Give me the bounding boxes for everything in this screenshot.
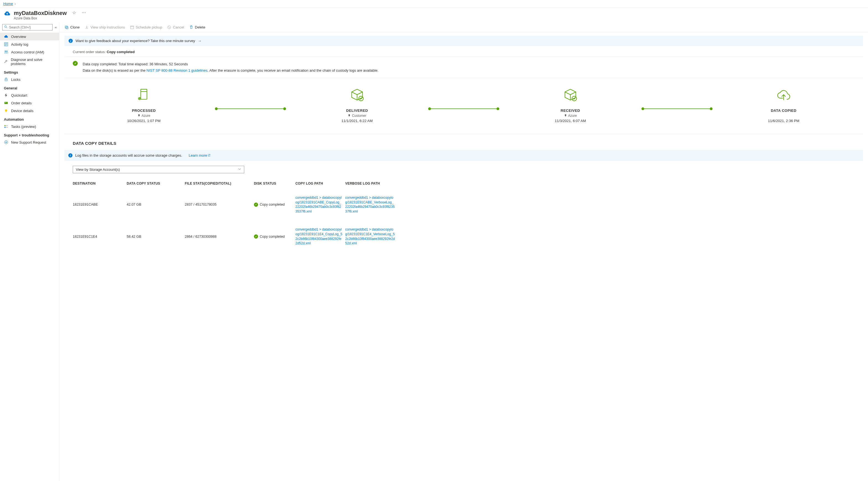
svg-point-18: [5, 142, 7, 143]
sidebar-item-newsupport[interactable]: New Support Request: [0, 139, 59, 146]
page-subtitle: Azure Data Box: [14, 16, 67, 20]
sidebar-item-locks[interactable]: Locks: [0, 76, 59, 83]
feedback-text: Want to give feedback about your experie…: [75, 39, 195, 43]
sidebar-item-label: Overview: [11, 35, 26, 39]
stage-delivered: DELIVERED Customer 11/1/2021, 6:22 AM: [286, 86, 428, 123]
toolbar-label: Clone: [70, 25, 80, 29]
svg-point-13: [4, 125, 5, 126]
svg-rect-21: [130, 26, 133, 29]
cell-destination: 18231E91C1E4: [73, 235, 127, 239]
server-icon: [135, 86, 152, 103]
stage-date: 11/3/2021, 6:07 AM: [499, 119, 642, 123]
more-icon[interactable]: ⋯: [82, 10, 86, 15]
search-input[interactable]: [9, 26, 51, 29]
support-icon: [4, 140, 8, 145]
sidebar-item-label: New Support Request: [11, 140, 46, 145]
sidebar-item-diagnose[interactable]: Diagnose and solve problems: [0, 56, 59, 67]
stage-date: 11/1/2021, 6:22 AM: [286, 119, 428, 123]
stage-connector: [215, 95, 286, 123]
cell-copy-status: 42.07 GB: [127, 203, 185, 207]
col-header-status: DATA COPY STATUS: [127, 182, 185, 185]
sidebar-item-label: Activity log: [11, 42, 28, 47]
cell-destination: 18231E91CABE: [73, 203, 127, 207]
copy-details-table: DESTINATION DATA COPY STATUS FILE STATS(…: [64, 178, 863, 252]
sidebar-item-devicedetails[interactable]: Device details: [0, 107, 59, 115]
svg-point-0: [5, 26, 7, 28]
nist-link[interactable]: NIST SP 800-88 Revision 1 guidelines: [147, 68, 208, 72]
verbose-log-link[interactable]: convergeddbd1 > databoxcopylog/18231E91C…: [345, 227, 395, 246]
svg-rect-12: [6, 112, 7, 112]
table-row: 18231E91CABE 42.07 GB 2837 / 45170178035…: [73, 189, 855, 220]
toolbar-label: Schedule pickup: [136, 25, 162, 29]
stage-received: RECEIVED Azure 11/3/2021, 6:07 AM: [499, 86, 642, 123]
wrench-icon: [4, 60, 8, 64]
tasks-icon: [4, 124, 8, 129]
copy-log-link[interactable]: convergeddbd1 > databoxcopylog/18231E91C…: [296, 196, 342, 214]
info-icon: i: [69, 39, 73, 43]
breadcrumb-home[interactable]: Home: [3, 2, 13, 6]
sidebar-item-iam[interactable]: Access control (IAM): [0, 48, 59, 56]
delete-button[interactable]: Delete: [189, 25, 206, 29]
stage-date: 10/26/2021, 1:07 PM: [73, 119, 215, 123]
sidebar-item-label: Access control (IAM): [11, 50, 44, 54]
sidebar-item-orderdetails[interactable]: Order details: [0, 99, 59, 107]
stage-title: RECEIVED: [499, 109, 642, 113]
page-title: myDataBoxDisknew: [14, 10, 67, 16]
pin-icon: [348, 114, 351, 117]
svg-rect-8: [5, 79, 7, 81]
sidebar-item-quickstart[interactable]: Quickstart: [0, 91, 59, 99]
col-header-disk: DISK STATUS: [254, 182, 296, 185]
sidebar-item-tasks[interactable]: Tasks (preview): [0, 123, 59, 130]
stage-date: 11/6/2021, 2:36 PM: [713, 119, 855, 123]
progress-stages: PROCESSED Azure 10/26/2021, 1:07 PM DELI…: [64, 78, 863, 134]
col-header-copylog: COPY LOG PATH: [296, 182, 345, 185]
copy-log-link[interactable]: convergeddbd1 > databoxcopylog/18231E91C…: [296, 227, 342, 246]
svg-point-11: [5, 109, 7, 112]
arrow-right-icon: →: [198, 39, 202, 43]
external-link-icon: [208, 154, 211, 157]
banner-text: Log files in the storage accounts will a…: [75, 153, 182, 157]
stage-location: Azure: [142, 114, 150, 118]
sidebar-item-label: Locks: [11, 78, 21, 82]
search-icon: [4, 25, 7, 29]
clone-icon: [64, 25, 69, 29]
cloud-icon: [4, 34, 8, 39]
box-check-icon: [562, 86, 579, 103]
copy-complete-message: Data copy completed: Total time elapsed:…: [64, 57, 863, 78]
svg-rect-9: [4, 102, 8, 104]
favorite-star-icon[interactable]: ☆: [72, 10, 76, 15]
main-content: Clone View ship instructions Schedule pi…: [59, 23, 868, 481]
people-icon: [4, 50, 8, 54]
clone-button[interactable]: Clone: [64, 25, 80, 29]
databox-icon: [3, 10, 11, 18]
cell-disk-status: Copy completed: [254, 203, 296, 207]
col-header-verbose: VERBOSE LOG PATH: [345, 182, 395, 185]
svg-rect-19: [65, 26, 67, 28]
stage-connector: [642, 95, 713, 123]
svg-rect-10: [5, 102, 6, 103]
sidebar-item-label: Diagnose and solve problems: [11, 58, 55, 66]
trash-icon: [189, 25, 193, 29]
svg-point-6: [5, 51, 6, 52]
collapse-sidebar-icon[interactable]: «: [54, 25, 57, 30]
stage-processed: PROCESSED Azure 10/26/2021, 1:07 PM: [73, 86, 215, 123]
verbose-log-link[interactable]: convergeddbd1 > databoxcopylog/18231E91C…: [345, 196, 395, 214]
sidebar-item-label: Device details: [11, 109, 33, 113]
search-box[interactable]: [2, 24, 53, 30]
learn-more-link[interactable]: Learn more: [189, 153, 210, 157]
details-heading: DATA COPY DETAILS: [64, 134, 863, 150]
sidebar-item-activity[interactable]: Activity log: [0, 40, 59, 48]
toolbar: Clone View ship instructions Schedule pi…: [59, 23, 868, 32]
toolbar-label: Delete: [195, 25, 206, 29]
sidebar-group-support: Support + troubleshooting: [0, 130, 59, 139]
sidebar-item-overview[interactable]: Overview: [0, 33, 59, 40]
cell-file-stats: 2864 / 62730300988: [185, 235, 254, 239]
feedback-banner[interactable]: i Want to give feedback about your exper…: [64, 36, 863, 46]
sidebar-group-general: General: [0, 83, 59, 91]
stage-copied: DATA COPIED 11/6/2021, 2:36 PM: [713, 86, 855, 123]
toolbar-label: View ship instructions: [90, 25, 125, 29]
lock-icon: [4, 77, 8, 82]
erasure-text: Data on the disk(s) is erased as per the…: [83, 67, 378, 73]
view-by-select[interactable]: View by Storage Account(s): [73, 166, 244, 173]
breadcrumb: Home ›: [0, 0, 868, 8]
